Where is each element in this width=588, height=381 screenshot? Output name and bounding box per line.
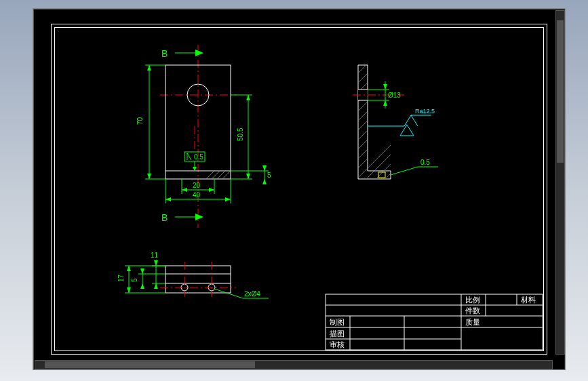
- front-view: 0.5: [136, 45, 271, 228]
- front-hatch: [206, 171, 231, 179]
- svg-marker-17: [147, 174, 151, 179]
- datum-tol: 0.5: [194, 153, 203, 161]
- bottom-view: 11 5 17: [117, 252, 269, 298]
- svg-rect-108: [326, 294, 543, 350]
- label-scale: 比例: [465, 296, 480, 304]
- svg-marker-97: [140, 283, 144, 289]
- title-block: 比例 材料 件数 质量 制图 描图 审核: [326, 294, 543, 350]
- svg-marker-39: [165, 197, 171, 201]
- svg-text:20: 20: [193, 182, 201, 189]
- side-hatch: [358, 64, 391, 178]
- svg-line-56: [358, 140, 368, 149]
- horizontal-scrollbar[interactable]: [35, 360, 553, 369]
- svg-text:2xØ4: 2xØ4: [244, 290, 260, 298]
- svg-marker-91: [154, 260, 158, 266]
- svg-line-60: [368, 155, 391, 178]
- svg-text:B: B: [161, 48, 168, 59]
- label-mass: 质量: [465, 318, 480, 326]
- svg-line-54: [358, 121, 368, 130]
- dim-holes: 2xØ4: [214, 289, 269, 298]
- label-traced: 描图: [330, 329, 345, 338]
- svg-text:11: 11: [151, 252, 159, 259]
- svg-text:70: 70: [136, 117, 144, 125]
- drawing-canvas: 0.5: [52, 24, 547, 354]
- label-drawn: 制图: [330, 318, 345, 326]
- chamfer-note: 0.5: [378, 159, 438, 178]
- svg-line-57: [358, 149, 368, 159]
- section-arrow-top: B: [161, 48, 203, 59]
- svg-line-62: [387, 174, 391, 178]
- svg-marker-27: [262, 165, 267, 171]
- svg-marker-47: [195, 214, 203, 220]
- svg-line-105: [214, 289, 243, 298]
- svg-marker-34: [209, 188, 214, 192]
- svg-marker-103: [127, 287, 131, 293]
- dim-11: 11: [151, 252, 165, 289]
- svg-text:Ra12.5: Ra12.5: [415, 108, 435, 115]
- drawing-border-outer: 0.5: [51, 24, 547, 355]
- svg-text:B: B: [161, 212, 168, 223]
- svg-line-77: [391, 167, 418, 175]
- svg-marker-7: [193, 167, 197, 171]
- svg-text:40: 40: [193, 191, 201, 199]
- dim-70: 70: [136, 65, 165, 179]
- svg-text:5: 5: [267, 172, 271, 179]
- svg-marker-44: [195, 49, 203, 56]
- svg-marker-96: [140, 268, 144, 274]
- svg-marker-23: [246, 174, 250, 179]
- svg-marker-102: [127, 266, 131, 271]
- dim-b5: 5: [131, 268, 165, 289]
- roughness-symbol: Ra12.5: [368, 108, 435, 136]
- section-arrow-bottom: B: [161, 212, 203, 223]
- svg-marker-40: [225, 197, 231, 201]
- svg-marker-16: [147, 65, 151, 71]
- svg-text:Ø13: Ø13: [388, 92, 401, 99]
- svg-marker-92: [154, 283, 158, 289]
- svg-line-55: [358, 130, 368, 140]
- cad-viewport: 0.5: [33, 8, 566, 370]
- svg-line-58: [358, 159, 368, 168]
- svg-text:17: 17: [117, 274, 125, 282]
- dim-5: 5: [231, 165, 271, 184]
- svg-marker-71: [383, 100, 387, 106]
- side-section-view: Ø13 Ra12.5 0.5: [353, 64, 438, 179]
- svg-marker-28: [262, 179, 267, 184]
- svg-text:50.5: 50.5: [237, 127, 244, 141]
- dim-50-5: 50.5: [231, 95, 252, 179]
- label-checked: 审核: [330, 340, 345, 348]
- svg-text:5: 5: [131, 278, 138, 282]
- svg-line-59: [358, 145, 391, 178]
- vertical-scrollbar[interactable]: [555, 10, 565, 355]
- svg-line-52: [358, 102, 368, 111]
- svg-text:0.5: 0.5: [420, 159, 430, 166]
- svg-line-49: [358, 73, 368, 83]
- svg-marker-33: [182, 188, 187, 192]
- label-qty: 件数: [465, 306, 480, 315]
- svg-line-53: [358, 111, 368, 121]
- label-material: 材料: [520, 296, 536, 304]
- svg-rect-80: [165, 266, 231, 293]
- svg-marker-22: [246, 95, 250, 100]
- svg-marker-70: [383, 84, 387, 89]
- gdnt-frame: 0.5: [184, 126, 205, 171]
